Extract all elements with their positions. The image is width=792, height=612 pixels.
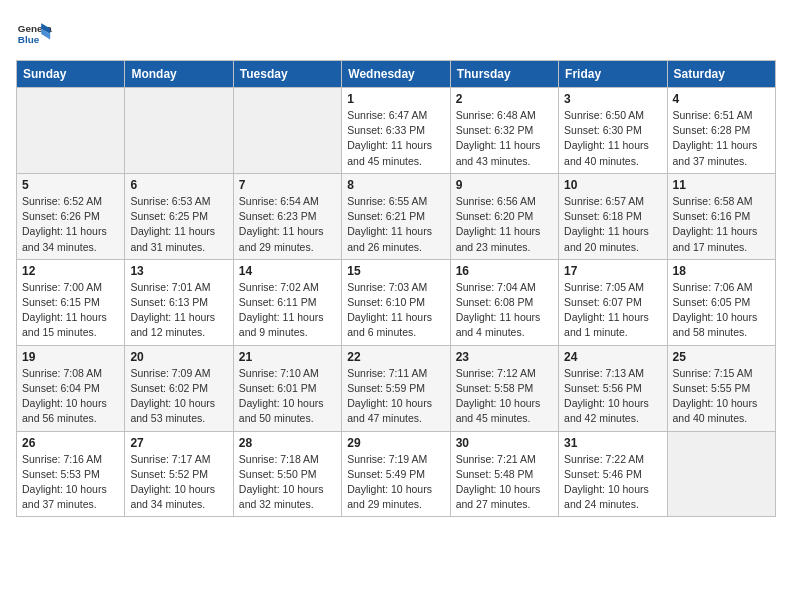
day-info: Sunrise: 6:53 AM Sunset: 6:25 PM Dayligh…	[130, 194, 227, 255]
day-info: Sunrise: 7:01 AM Sunset: 6:13 PM Dayligh…	[130, 280, 227, 341]
day-cell: 7Sunrise: 6:54 AM Sunset: 6:23 PM Daylig…	[233, 173, 341, 259]
col-header-friday: Friday	[559, 61, 667, 88]
day-info: Sunrise: 6:51 AM Sunset: 6:28 PM Dayligh…	[673, 108, 770, 169]
day-number: 23	[456, 350, 553, 364]
col-header-saturday: Saturday	[667, 61, 775, 88]
day-cell: 21Sunrise: 7:10 AM Sunset: 6:01 PM Dayli…	[233, 345, 341, 431]
day-number: 7	[239, 178, 336, 192]
day-number: 14	[239, 264, 336, 278]
day-info: Sunrise: 7:02 AM Sunset: 6:11 PM Dayligh…	[239, 280, 336, 341]
day-cell: 22Sunrise: 7:11 AM Sunset: 5:59 PM Dayli…	[342, 345, 450, 431]
day-cell: 26Sunrise: 7:16 AM Sunset: 5:53 PM Dayli…	[17, 431, 125, 517]
day-number: 11	[673, 178, 770, 192]
day-info: Sunrise: 7:03 AM Sunset: 6:10 PM Dayligh…	[347, 280, 444, 341]
day-info: Sunrise: 6:50 AM Sunset: 6:30 PM Dayligh…	[564, 108, 661, 169]
week-row-5: 26Sunrise: 7:16 AM Sunset: 5:53 PM Dayli…	[17, 431, 776, 517]
day-cell: 4Sunrise: 6:51 AM Sunset: 6:28 PM Daylig…	[667, 88, 775, 174]
day-cell: 5Sunrise: 6:52 AM Sunset: 6:26 PM Daylig…	[17, 173, 125, 259]
day-number: 18	[673, 264, 770, 278]
day-cell: 30Sunrise: 7:21 AM Sunset: 5:48 PM Dayli…	[450, 431, 558, 517]
day-info: Sunrise: 6:47 AM Sunset: 6:33 PM Dayligh…	[347, 108, 444, 169]
day-cell: 15Sunrise: 7:03 AM Sunset: 6:10 PM Dayli…	[342, 259, 450, 345]
day-number: 6	[130, 178, 227, 192]
day-cell: 16Sunrise: 7:04 AM Sunset: 6:08 PM Dayli…	[450, 259, 558, 345]
day-number: 15	[347, 264, 444, 278]
day-number: 29	[347, 436, 444, 450]
day-info: Sunrise: 6:55 AM Sunset: 6:21 PM Dayligh…	[347, 194, 444, 255]
logo: General Blue	[16, 16, 52, 52]
page-header: General Blue	[16, 16, 776, 52]
week-row-1: 1Sunrise: 6:47 AM Sunset: 6:33 PM Daylig…	[17, 88, 776, 174]
header-row: SundayMondayTuesdayWednesdayThursdayFrid…	[17, 61, 776, 88]
day-info: Sunrise: 7:12 AM Sunset: 5:58 PM Dayligh…	[456, 366, 553, 427]
week-row-4: 19Sunrise: 7:08 AM Sunset: 6:04 PM Dayli…	[17, 345, 776, 431]
day-info: Sunrise: 7:13 AM Sunset: 5:56 PM Dayligh…	[564, 366, 661, 427]
day-number: 9	[456, 178, 553, 192]
col-header-tuesday: Tuesday	[233, 61, 341, 88]
day-info: Sunrise: 6:52 AM Sunset: 6:26 PM Dayligh…	[22, 194, 119, 255]
day-cell: 24Sunrise: 7:13 AM Sunset: 5:56 PM Dayli…	[559, 345, 667, 431]
day-number: 10	[564, 178, 661, 192]
day-cell	[233, 88, 341, 174]
day-cell: 8Sunrise: 6:55 AM Sunset: 6:21 PM Daylig…	[342, 173, 450, 259]
day-info: Sunrise: 7:00 AM Sunset: 6:15 PM Dayligh…	[22, 280, 119, 341]
day-cell: 2Sunrise: 6:48 AM Sunset: 6:32 PM Daylig…	[450, 88, 558, 174]
day-info: Sunrise: 7:06 AM Sunset: 6:05 PM Dayligh…	[673, 280, 770, 341]
week-row-3: 12Sunrise: 7:00 AM Sunset: 6:15 PM Dayli…	[17, 259, 776, 345]
day-info: Sunrise: 7:10 AM Sunset: 6:01 PM Dayligh…	[239, 366, 336, 427]
day-number: 31	[564, 436, 661, 450]
day-info: Sunrise: 7:18 AM Sunset: 5:50 PM Dayligh…	[239, 452, 336, 513]
day-info: Sunrise: 7:22 AM Sunset: 5:46 PM Dayligh…	[564, 452, 661, 513]
svg-text:Blue: Blue	[18, 34, 40, 45]
day-cell: 19Sunrise: 7:08 AM Sunset: 6:04 PM Dayli…	[17, 345, 125, 431]
day-cell: 23Sunrise: 7:12 AM Sunset: 5:58 PM Dayli…	[450, 345, 558, 431]
day-cell: 18Sunrise: 7:06 AM Sunset: 6:05 PM Dayli…	[667, 259, 775, 345]
day-info: Sunrise: 6:56 AM Sunset: 6:20 PM Dayligh…	[456, 194, 553, 255]
day-cell	[125, 88, 233, 174]
day-number: 1	[347, 92, 444, 106]
day-cell: 14Sunrise: 7:02 AM Sunset: 6:11 PM Dayli…	[233, 259, 341, 345]
day-info: Sunrise: 7:11 AM Sunset: 5:59 PM Dayligh…	[347, 366, 444, 427]
day-info: Sunrise: 7:19 AM Sunset: 5:49 PM Dayligh…	[347, 452, 444, 513]
day-number: 28	[239, 436, 336, 450]
calendar-table: SundayMondayTuesdayWednesdayThursdayFrid…	[16, 60, 776, 517]
day-cell	[17, 88, 125, 174]
day-number: 30	[456, 436, 553, 450]
day-info: Sunrise: 6:48 AM Sunset: 6:32 PM Dayligh…	[456, 108, 553, 169]
day-info: Sunrise: 7:17 AM Sunset: 5:52 PM Dayligh…	[130, 452, 227, 513]
day-number: 2	[456, 92, 553, 106]
col-header-thursday: Thursday	[450, 61, 558, 88]
day-number: 25	[673, 350, 770, 364]
day-info: Sunrise: 6:54 AM Sunset: 6:23 PM Dayligh…	[239, 194, 336, 255]
day-cell: 31Sunrise: 7:22 AM Sunset: 5:46 PM Dayli…	[559, 431, 667, 517]
col-header-wednesday: Wednesday	[342, 61, 450, 88]
day-cell: 27Sunrise: 7:17 AM Sunset: 5:52 PM Dayli…	[125, 431, 233, 517]
day-cell: 13Sunrise: 7:01 AM Sunset: 6:13 PM Dayli…	[125, 259, 233, 345]
day-number: 16	[456, 264, 553, 278]
day-number: 4	[673, 92, 770, 106]
day-number: 8	[347, 178, 444, 192]
day-info: Sunrise: 7:15 AM Sunset: 5:55 PM Dayligh…	[673, 366, 770, 427]
day-info: Sunrise: 7:16 AM Sunset: 5:53 PM Dayligh…	[22, 452, 119, 513]
day-info: Sunrise: 7:04 AM Sunset: 6:08 PM Dayligh…	[456, 280, 553, 341]
day-info: Sunrise: 7:08 AM Sunset: 6:04 PM Dayligh…	[22, 366, 119, 427]
day-cell: 12Sunrise: 7:00 AM Sunset: 6:15 PM Dayli…	[17, 259, 125, 345]
day-cell: 9Sunrise: 6:56 AM Sunset: 6:20 PM Daylig…	[450, 173, 558, 259]
day-cell: 1Sunrise: 6:47 AM Sunset: 6:33 PM Daylig…	[342, 88, 450, 174]
day-cell: 6Sunrise: 6:53 AM Sunset: 6:25 PM Daylig…	[125, 173, 233, 259]
day-cell: 11Sunrise: 6:58 AM Sunset: 6:16 PM Dayli…	[667, 173, 775, 259]
day-info: Sunrise: 7:21 AM Sunset: 5:48 PM Dayligh…	[456, 452, 553, 513]
day-number: 26	[22, 436, 119, 450]
day-number: 19	[22, 350, 119, 364]
day-cell: 29Sunrise: 7:19 AM Sunset: 5:49 PM Dayli…	[342, 431, 450, 517]
day-info: Sunrise: 7:05 AM Sunset: 6:07 PM Dayligh…	[564, 280, 661, 341]
day-number: 12	[22, 264, 119, 278]
week-row-2: 5Sunrise: 6:52 AM Sunset: 6:26 PM Daylig…	[17, 173, 776, 259]
day-number: 5	[22, 178, 119, 192]
day-cell: 25Sunrise: 7:15 AM Sunset: 5:55 PM Dayli…	[667, 345, 775, 431]
day-info: Sunrise: 6:58 AM Sunset: 6:16 PM Dayligh…	[673, 194, 770, 255]
logo-icon: General Blue	[16, 16, 52, 52]
day-cell: 10Sunrise: 6:57 AM Sunset: 6:18 PM Dayli…	[559, 173, 667, 259]
day-info: Sunrise: 7:09 AM Sunset: 6:02 PM Dayligh…	[130, 366, 227, 427]
day-cell	[667, 431, 775, 517]
